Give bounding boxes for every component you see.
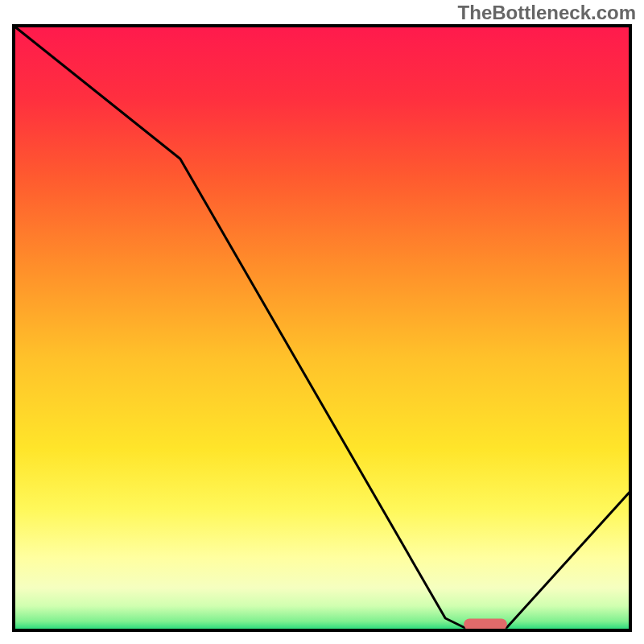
bottleneck-chart xyxy=(12,24,632,632)
watermark-text: TheBottleneck.com xyxy=(458,2,636,24)
svg-rect-0 xyxy=(14,26,630,630)
chart-container: TheBottleneck.com xyxy=(0,0,644,644)
svg-rect-1 xyxy=(464,618,507,630)
chart-frame xyxy=(12,24,632,632)
